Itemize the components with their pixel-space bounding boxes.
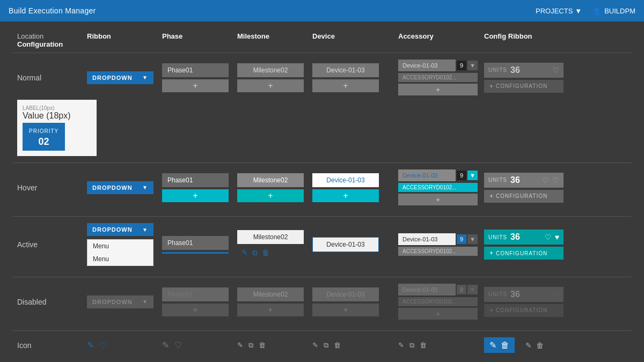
- edit-icon-dv[interactable]: ✎: [312, 341, 318, 349]
- config-ribbon-disabled: UNITS 36 ♡ + CONFIGURATION: [480, 285, 566, 319]
- chevron-disabled-icon: ▼: [142, 299, 148, 305]
- delete-icon-m[interactable]: 🗑: [262, 248, 269, 257]
- col-phase: Phase: [158, 32, 233, 40]
- cr-heart-normal: ♡: [552, 66, 559, 75]
- plus-icon-disabled: +: [489, 307, 494, 314]
- phase-name-normal[interactable]: Phase01: [162, 63, 229, 77]
- acc-chevron-hover: ▼: [467, 171, 478, 180]
- device-name-normal[interactable]: Device-01-03: [312, 63, 379, 77]
- phase-add-disabled: +: [162, 304, 229, 316]
- cr-heart-active1: ♡: [545, 233, 552, 241]
- delete-icon-dv[interactable]: 🗑: [334, 341, 341, 349]
- cr-units-hover: UNITS: [488, 177, 507, 183]
- copy-icon-ms[interactable]: ⧉: [248, 341, 253, 350]
- milestone-active: Milestone02 ✎ ⧉ 🗑: [233, 228, 308, 262]
- copy-icon-ac[interactable]: ⧉: [409, 341, 414, 350]
- heart-icon-phase[interactable]: ♡: [174, 340, 182, 350]
- milestone-add-hover[interactable]: +: [237, 189, 304, 202]
- edit-icon-cr2[interactable]: ✎: [525, 341, 532, 350]
- acc-add-disabled: +: [398, 308, 478, 320]
- cr-heart-disabled: ♡: [552, 290, 559, 299]
- device-normal: Device-01-03 +: [308, 61, 394, 94]
- cr-config-active[interactable]: + CONFIGURATION: [484, 247, 564, 260]
- acc-add-normal[interactable]: +: [398, 84, 478, 95]
- edit-icon-ribbon[interactable]: ✎: [87, 340, 94, 350]
- delete-icon-cr[interactable]: 🗑: [501, 341, 509, 350]
- device-name-disabled: Device-01-03: [312, 287, 379, 301]
- edit-icon-ac[interactable]: ✎: [398, 341, 404, 349]
- device-add-disabled: +: [312, 304, 379, 316]
- acc-chevron-normal: ▼: [467, 61, 478, 70]
- config-ribbon-hover: UNITS 36 ♡ ♡ + CONFIGURATION: [480, 171, 566, 205]
- accessory-active: Device-01-03 9 ▼ ACCESSORYD0102...: [394, 231, 480, 258]
- edit-icon-phase[interactable]: ✎: [162, 340, 169, 350]
- dropdown-active[interactable]: DROPDOWN ▼: [87, 223, 153, 236]
- dropdown-normal[interactable]: DROPDOWN ▼: [87, 71, 153, 84]
- acc-chevron-active: ▼: [467, 234, 478, 244]
- cr-config-hover[interactable]: + CONFIGURATION: [484, 190, 564, 203]
- acc-badge-active: 9: [457, 234, 466, 244]
- main-content: Location Ribbon Phase Milestone Device A…: [0, 21, 644, 362]
- user-menu[interactable]: 👤 BUILDPM: [592, 7, 635, 15]
- user-icon: 👤: [592, 7, 601, 15]
- acc-name-normal: Device-01-03: [398, 60, 456, 71]
- device-active: Device-01-03: [308, 235, 394, 254]
- dropdown-hover[interactable]: DROPDOWN ▼: [87, 181, 153, 194]
- milestone-hover: Milestone02 +: [233, 171, 308, 204]
- configuration-icons: [13, 355, 83, 359]
- app-header: Build Execution Manager PROJECTS ▼ 👤 BUI…: [0, 0, 644, 21]
- milestone-add-normal[interactable]: +: [237, 79, 304, 92]
- milestone-name-normal[interactable]: Milestone02: [237, 63, 304, 77]
- cr-config-normal[interactable]: + CONFIGURATION: [484, 80, 564, 93]
- menu-item-2[interactable]: Menu: [87, 253, 153, 265]
- cr-config-disabled: + CONFIGURATION: [484, 304, 564, 317]
- configuration-hover: [13, 208, 83, 212]
- row-disabled: Disabled DROPDOWN ▼ Phase01 + Milestone0…: [13, 277, 631, 330]
- chevron-active-icon: ▼: [142, 227, 148, 233]
- heart-icon-ribbon[interactable]: ♡: [99, 340, 107, 350]
- milestone-name-hover[interactable]: Milestone02: [237, 173, 304, 187]
- delete-icon-cr2[interactable]: 🗑: [536, 341, 544, 350]
- cr-num-normal: 36: [510, 65, 520, 75]
- copy-icon-dv[interactable]: ⧉: [324, 341, 328, 350]
- phase-name-hover[interactable]: Phase01: [162, 173, 229, 187]
- col-location: Location: [13, 32, 83, 40]
- edit-icon-ms[interactable]: ✎: [237, 341, 243, 349]
- edit-icon-m[interactable]: ✎: [241, 248, 248, 257]
- edit-icon-cr[interactable]: ✎: [489, 340, 496, 350]
- acc-chevron-disabled: ▼: [467, 285, 478, 294]
- milestone-normal: Milestone02 +: [233, 61, 308, 94]
- cr-heart-hover2: ♡: [552, 176, 559, 184]
- acc-sub-active: ACCESSORYD0102...: [398, 247, 478, 256]
- cr-config-label-active: CONFIGURATION: [496, 250, 547, 256]
- phase-add-hover[interactable]: +: [162, 189, 229, 202]
- configuration-disabled: [13, 322, 83, 326]
- device-icons: ✎ ⧉ 🗑: [308, 339, 394, 352]
- accessory-normal: Device-01-03 9 ▼ ACCESSORYD0102... +: [394, 57, 480, 98]
- phase-name-active[interactable]: Phase01: [162, 236, 229, 250]
- acc-badge-hover: 9: [457, 171, 466, 180]
- milestone-icons: ✎ ⧉ 🗑: [233, 339, 308, 352]
- header-right: PROJECTS ▼ 👤 BUILDPM: [536, 7, 635, 15]
- projects-menu[interactable]: PROJECTS ▼: [536, 7, 582, 15]
- phase-add-normal[interactable]: +: [162, 79, 229, 92]
- milestone-name-active[interactable]: Milestone02: [237, 230, 304, 244]
- projects-chevron-icon: ▼: [575, 7, 582, 15]
- col-milestone: Milestone: [233, 32, 308, 40]
- col-configuration: Configuration: [13, 40, 83, 48]
- delete-icon-ac[interactable]: 🗑: [420, 341, 427, 349]
- delete-icon-ms[interactable]: 🗑: [259, 341, 266, 349]
- device-add-hover[interactable]: +: [312, 189, 379, 202]
- menu-item-1[interactable]: Menu: [87, 240, 153, 253]
- copy-icon-m[interactable]: ⧉: [252, 248, 258, 257]
- device-add-normal[interactable]: +: [312, 79, 379, 92]
- device-name-active[interactable]: Device-01-03: [312, 237, 379, 252]
- col-device: Device: [308, 32, 394, 40]
- phase-icons: ✎ ♡: [158, 338, 233, 352]
- cr-config-label-hover: CONFIGURATION: [496, 193, 547, 199]
- acc-name-hover: Device-01-03: [398, 169, 456, 181]
- col-ribbon: Ribbon: [83, 32, 158, 40]
- acc-add-hover[interactable]: +: [398, 194, 478, 205]
- config-value-text: Value (18px): [23, 111, 91, 121]
- device-name-hover[interactable]: Device-01-03: [312, 173, 379, 187]
